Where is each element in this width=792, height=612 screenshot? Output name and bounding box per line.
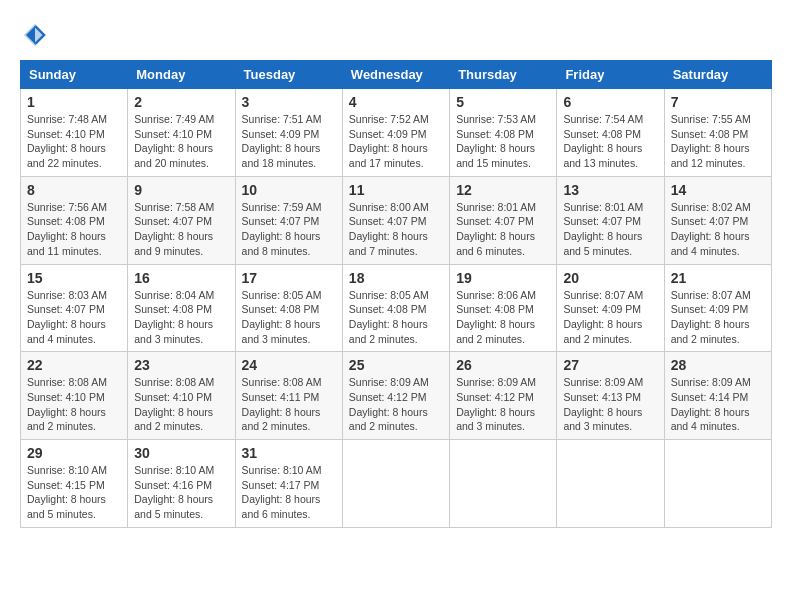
day-info: Sunrise: 8:07 AM Sunset: 4:09 PM Dayligh…: [671, 288, 765, 347]
calendar-cell: [342, 440, 449, 528]
day-number: 10: [242, 182, 336, 198]
day-info: Sunrise: 8:09 AM Sunset: 4:13 PM Dayligh…: [563, 375, 657, 434]
calendar-cell: 17Sunrise: 8:05 AM Sunset: 4:08 PM Dayli…: [235, 264, 342, 352]
day-info: Sunrise: 8:03 AM Sunset: 4:07 PM Dayligh…: [27, 288, 121, 347]
day-info: Sunrise: 8:10 AM Sunset: 4:17 PM Dayligh…: [242, 463, 336, 522]
calendar-cell: 21Sunrise: 8:07 AM Sunset: 4:09 PM Dayli…: [664, 264, 771, 352]
calendar-cell: 30Sunrise: 8:10 AM Sunset: 4:16 PM Dayli…: [128, 440, 235, 528]
day-info: Sunrise: 8:05 AM Sunset: 4:08 PM Dayligh…: [242, 288, 336, 347]
calendar-header: SundayMondayTuesdayWednesdayThursdayFrid…: [21, 61, 772, 89]
calendar-cell: 12Sunrise: 8:01 AM Sunset: 4:07 PM Dayli…: [450, 176, 557, 264]
calendar-cell: 10Sunrise: 7:59 AM Sunset: 4:07 PM Dayli…: [235, 176, 342, 264]
day-number: 2: [134, 94, 228, 110]
day-number: 9: [134, 182, 228, 198]
day-info: Sunrise: 8:07 AM Sunset: 4:09 PM Dayligh…: [563, 288, 657, 347]
calendar-cell: 18Sunrise: 8:05 AM Sunset: 4:08 PM Dayli…: [342, 264, 449, 352]
week-row-4: 22Sunrise: 8:08 AM Sunset: 4:10 PM Dayli…: [21, 352, 772, 440]
calendar-cell: 20Sunrise: 8:07 AM Sunset: 4:09 PM Dayli…: [557, 264, 664, 352]
day-number: 5: [456, 94, 550, 110]
calendar-cell: 5Sunrise: 7:53 AM Sunset: 4:08 PM Daylig…: [450, 89, 557, 177]
day-number: 3: [242, 94, 336, 110]
calendar-cell: 13Sunrise: 8:01 AM Sunset: 4:07 PM Dayli…: [557, 176, 664, 264]
calendar-cell: 19Sunrise: 8:06 AM Sunset: 4:08 PM Dayli…: [450, 264, 557, 352]
day-info: Sunrise: 8:01 AM Sunset: 4:07 PM Dayligh…: [563, 200, 657, 259]
header-day-friday: Friday: [557, 61, 664, 89]
calendar-cell: 11Sunrise: 8:00 AM Sunset: 4:07 PM Dayli…: [342, 176, 449, 264]
day-info: Sunrise: 7:59 AM Sunset: 4:07 PM Dayligh…: [242, 200, 336, 259]
day-info: Sunrise: 8:10 AM Sunset: 4:15 PM Dayligh…: [27, 463, 121, 522]
day-info: Sunrise: 8:06 AM Sunset: 4:08 PM Dayligh…: [456, 288, 550, 347]
day-info: Sunrise: 7:53 AM Sunset: 4:08 PM Dayligh…: [456, 112, 550, 171]
calendar-cell: [557, 440, 664, 528]
day-number: 12: [456, 182, 550, 198]
day-info: Sunrise: 8:08 AM Sunset: 4:10 PM Dayligh…: [134, 375, 228, 434]
calendar-cell: 3Sunrise: 7:51 AM Sunset: 4:09 PM Daylig…: [235, 89, 342, 177]
day-number: 27: [563, 357, 657, 373]
day-number: 1: [27, 94, 121, 110]
calendar-cell: 26Sunrise: 8:09 AM Sunset: 4:12 PM Dayli…: [450, 352, 557, 440]
calendar-cell: [664, 440, 771, 528]
calendar-cell: 27Sunrise: 8:09 AM Sunset: 4:13 PM Dayli…: [557, 352, 664, 440]
day-number: 24: [242, 357, 336, 373]
day-info: Sunrise: 7:58 AM Sunset: 4:07 PM Dayligh…: [134, 200, 228, 259]
day-number: 30: [134, 445, 228, 461]
day-info: Sunrise: 8:08 AM Sunset: 4:11 PM Dayligh…: [242, 375, 336, 434]
calendar-cell: 2Sunrise: 7:49 AM Sunset: 4:10 PM Daylig…: [128, 89, 235, 177]
week-row-1: 1Sunrise: 7:48 AM Sunset: 4:10 PM Daylig…: [21, 89, 772, 177]
day-number: 22: [27, 357, 121, 373]
day-number: 15: [27, 270, 121, 286]
day-number: 13: [563, 182, 657, 198]
calendar-cell: 24Sunrise: 8:08 AM Sunset: 4:11 PM Dayli…: [235, 352, 342, 440]
header: [20, 20, 772, 50]
day-number: 25: [349, 357, 443, 373]
day-info: Sunrise: 7:52 AM Sunset: 4:09 PM Dayligh…: [349, 112, 443, 171]
week-row-3: 15Sunrise: 8:03 AM Sunset: 4:07 PM Dayli…: [21, 264, 772, 352]
calendar-cell: 9Sunrise: 7:58 AM Sunset: 4:07 PM Daylig…: [128, 176, 235, 264]
day-info: Sunrise: 7:54 AM Sunset: 4:08 PM Dayligh…: [563, 112, 657, 171]
day-number: 23: [134, 357, 228, 373]
calendar-cell: 31Sunrise: 8:10 AM Sunset: 4:17 PM Dayli…: [235, 440, 342, 528]
calendar-cell: 14Sunrise: 8:02 AM Sunset: 4:07 PM Dayli…: [664, 176, 771, 264]
calendar-cell: 1Sunrise: 7:48 AM Sunset: 4:10 PM Daylig…: [21, 89, 128, 177]
day-number: 17: [242, 270, 336, 286]
day-info: Sunrise: 7:49 AM Sunset: 4:10 PM Dayligh…: [134, 112, 228, 171]
header-day-monday: Monday: [128, 61, 235, 89]
day-number: 14: [671, 182, 765, 198]
calendar-cell: 22Sunrise: 8:08 AM Sunset: 4:10 PM Dayli…: [21, 352, 128, 440]
day-info: Sunrise: 8:09 AM Sunset: 4:14 PM Dayligh…: [671, 375, 765, 434]
day-number: 20: [563, 270, 657, 286]
logo-icon: [20, 20, 50, 50]
day-number: 16: [134, 270, 228, 286]
day-number: 21: [671, 270, 765, 286]
day-info: Sunrise: 8:08 AM Sunset: 4:10 PM Dayligh…: [27, 375, 121, 434]
day-info: Sunrise: 8:09 AM Sunset: 4:12 PM Dayligh…: [456, 375, 550, 434]
calendar-cell: 28Sunrise: 8:09 AM Sunset: 4:14 PM Dayli…: [664, 352, 771, 440]
day-info: Sunrise: 8:09 AM Sunset: 4:12 PM Dayligh…: [349, 375, 443, 434]
header-day-thursday: Thursday: [450, 61, 557, 89]
header-day-wednesday: Wednesday: [342, 61, 449, 89]
day-number: 7: [671, 94, 765, 110]
calendar-cell: 25Sunrise: 8:09 AM Sunset: 4:12 PM Dayli…: [342, 352, 449, 440]
calendar-cell: 16Sunrise: 8:04 AM Sunset: 4:08 PM Dayli…: [128, 264, 235, 352]
day-info: Sunrise: 8:10 AM Sunset: 4:16 PM Dayligh…: [134, 463, 228, 522]
day-info: Sunrise: 8:00 AM Sunset: 4:07 PM Dayligh…: [349, 200, 443, 259]
calendar-cell: 7Sunrise: 7:55 AM Sunset: 4:08 PM Daylig…: [664, 89, 771, 177]
calendar-cell: 23Sunrise: 8:08 AM Sunset: 4:10 PM Dayli…: [128, 352, 235, 440]
day-info: Sunrise: 8:05 AM Sunset: 4:08 PM Dayligh…: [349, 288, 443, 347]
week-row-2: 8Sunrise: 7:56 AM Sunset: 4:08 PM Daylig…: [21, 176, 772, 264]
day-number: 4: [349, 94, 443, 110]
header-day-sunday: Sunday: [21, 61, 128, 89]
day-number: 29: [27, 445, 121, 461]
calendar-cell: 6Sunrise: 7:54 AM Sunset: 4:08 PM Daylig…: [557, 89, 664, 177]
day-number: 11: [349, 182, 443, 198]
header-day-saturday: Saturday: [664, 61, 771, 89]
calendar-cell: 15Sunrise: 8:03 AM Sunset: 4:07 PM Dayli…: [21, 264, 128, 352]
day-number: 8: [27, 182, 121, 198]
calendar-body: 1Sunrise: 7:48 AM Sunset: 4:10 PM Daylig…: [21, 89, 772, 528]
day-number: 26: [456, 357, 550, 373]
week-row-5: 29Sunrise: 8:10 AM Sunset: 4:15 PM Dayli…: [21, 440, 772, 528]
calendar-cell: [450, 440, 557, 528]
calendar-table: SundayMondayTuesdayWednesdayThursdayFrid…: [20, 60, 772, 528]
calendar-cell: 8Sunrise: 7:56 AM Sunset: 4:08 PM Daylig…: [21, 176, 128, 264]
day-info: Sunrise: 8:01 AM Sunset: 4:07 PM Dayligh…: [456, 200, 550, 259]
